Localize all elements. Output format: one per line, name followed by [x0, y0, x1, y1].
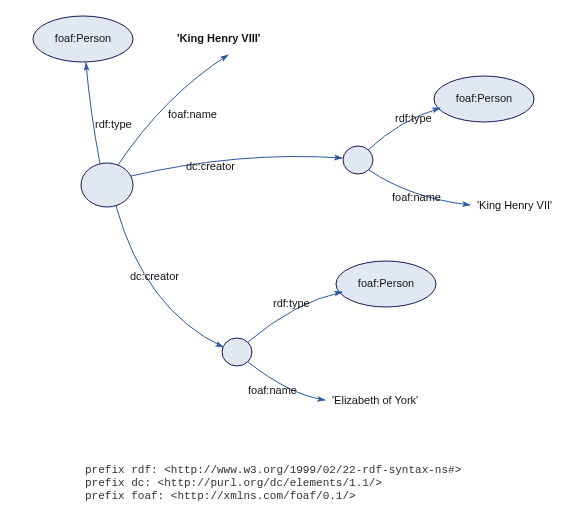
prefix-dc: prefix dc: <http://purl.org/dc/elements/…	[85, 477, 382, 489]
blank-node-root	[81, 163, 133, 207]
edge-foaf-name-3-label: foaf:name	[248, 384, 297, 396]
literal-henry8: 'King Henry VIII'	[177, 32, 261, 44]
node-person-3-label: foaf:Person	[358, 277, 414, 289]
edge-rdf-type-1-label: rdf:type	[95, 118, 132, 130]
node-person-2-label: foaf:Person	[456, 92, 512, 104]
edge-rdf-type-3-label: rdf:type	[273, 297, 310, 309]
edge-rdf-type-2-label: rdf:type	[395, 112, 432, 124]
edge-dc-creator-2-label: dc:creator	[130, 270, 179, 282]
edge-foaf-name-2-label: foaf:name	[392, 191, 441, 203]
edge-rdf-type-1	[86, 63, 100, 164]
blank-node-creator-2	[222, 338, 252, 366]
literal-elizabeth: 'Elizabeth of York'	[332, 394, 418, 406]
prefix-rdf: prefix rdf: <http://www.w3.org/1999/02/2…	[85, 464, 461, 476]
edge-foaf-name-1-label: foaf:name	[168, 108, 217, 120]
prefix-foaf: prefix foaf: <http://xmlns.com/foaf/0.1/…	[85, 490, 356, 502]
edge-dc-creator-1-label: dc:creator	[186, 160, 235, 172]
node-person-1-label: foaf:Person	[55, 32, 111, 44]
literal-henry7: 'King Henry VII'	[477, 199, 552, 211]
edge-dc-creator-1	[131, 156, 342, 176]
rdf-graph-diagram: foaf:Person foaf:Person foaf:Person rdf:…	[0, 0, 577, 514]
